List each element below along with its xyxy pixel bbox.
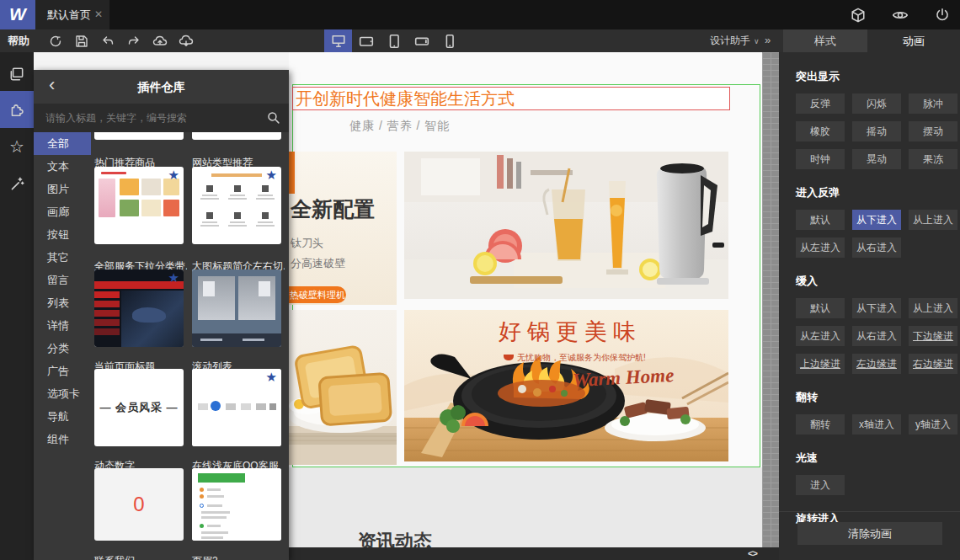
- bread-photo[interactable]: [289, 310, 397, 465]
- animation-button-时钟[interactable]: 时钟: [796, 149, 845, 169]
- favorite-star-icon[interactable]: ★: [266, 168, 277, 183]
- plugin-card[interactable]: ★: [192, 167, 281, 244]
- tab-animation[interactable]: 动画: [867, 29, 960, 52]
- animation-button-从上进入[interactable]: 从上进入: [909, 298, 957, 318]
- plugin-card[interactable]: ★: [94, 167, 184, 244]
- category-item-画廊[interactable]: 画廊: [34, 200, 91, 223]
- plugin-card[interactable]: — 会员风采 —: [94, 369, 184, 446]
- redo-icon[interactable]: [125, 32, 143, 51]
- category-item-列表[interactable]: 列表: [34, 291, 91, 314]
- device-phone-portrait-icon[interactable]: [435, 29, 463, 52]
- canvas-scrollbar[interactable]: [762, 52, 779, 547]
- animation-button-果冻[interactable]: 果冻: [909, 149, 957, 169]
- page-subtitle[interactable]: 健康 / 营养 / 智能: [349, 119, 450, 134]
- undo-icon[interactable]: [99, 32, 117, 51]
- pages-icon: [8, 66, 25, 83]
- page-heading[interactable]: 开创新时代健康智能生活方式: [292, 87, 730, 110]
- kettle-photo[interactable]: [404, 152, 728, 299]
- animation-button-从左进入[interactable]: 从左进入: [796, 237, 845, 258]
- animation-button-从下进入[interactable]: 从下进入: [852, 298, 901, 318]
- animation-button-下边缘进[interactable]: 下边缘进: [909, 326, 957, 346]
- design-canvas[interactable]: 开创新时代健康智能生活方式 健康 / 营养 / 智能 全新配置 钛刀头 分高速破…: [289, 52, 762, 547]
- tab-style[interactable]: 样式: [783, 29, 867, 52]
- animation-button-上边缘进[interactable]: 上边缘进: [796, 354, 845, 374]
- page-tab[interactable]: 默认首页 ✕: [35, 0, 109, 29]
- save-icon[interactable]: [72, 32, 91, 51]
- animation-button-从下进入[interactable]: 从下进入: [852, 210, 901, 230]
- animation-button-晃动[interactable]: 晃动: [852, 149, 901, 169]
- components-cube-icon[interactable]: [849, 6, 867, 24]
- plugin-card[interactable]: ★: [94, 269, 184, 347]
- close-icon[interactable]: ✕: [94, 0, 103, 29]
- orange-accent: [289, 152, 295, 194]
- category-item-图片[interactable]: 图片: [34, 178, 91, 200]
- device-desktop-icon[interactable]: [324, 29, 352, 52]
- category-item-选项卡[interactable]: 选项卡: [34, 382, 91, 405]
- plugin-card[interactable]: 0: [94, 468, 184, 541]
- plugin-card-partial[interactable]: [192, 132, 281, 140]
- animation-button-左边缘进[interactable]: 左边缘进: [852, 354, 901, 374]
- plugin-card[interactable]: [192, 269, 281, 347]
- category-item-留言[interactable]: 留言: [34, 269, 91, 291]
- category-item-组件[interactable]: 组件: [34, 428, 91, 451]
- category-item-其它[interactable]: 其它: [34, 246, 91, 269]
- code-icon[interactable]: <>: [748, 548, 757, 558]
- animation-button-反弹[interactable]: 反弹: [796, 93, 845, 114]
- clear-animation-button[interactable]: 清除动画: [797, 522, 942, 545]
- animation-button-row: 时钟晃动果冻: [796, 149, 960, 169]
- category-item-详情[interactable]: 详情: [34, 314, 91, 337]
- product-text-block[interactable]: 全新配置 钛刀头 分高速破壁 热破壁料理机: [289, 152, 397, 305]
- category-item-广告[interactable]: 广告: [34, 360, 91, 382]
- animation-button-翻转[interactable]: 翻转: [796, 414, 845, 435]
- product-button[interactable]: 热破壁料理机: [289, 286, 346, 303]
- cloud-download-icon[interactable]: [177, 32, 195, 51]
- animation-button-默认[interactable]: 默认: [796, 298, 845, 318]
- animation-button-从左进入[interactable]: 从左进入: [796, 326, 845, 346]
- device-phone-landscape-icon[interactable]: [408, 29, 435, 52]
- favorite-star-icon[interactable]: ★: [168, 168, 179, 183]
- animation-button-橡胶[interactable]: 橡胶: [796, 121, 845, 141]
- category-item-按钮[interactable]: 按钮: [34, 223, 91, 246]
- animation-button-默认[interactable]: 默认: [796, 210, 845, 230]
- power-icon[interactable]: [933, 6, 952, 24]
- device-tablet-landscape-icon[interactable]: [352, 29, 380, 52]
- category-item-分类[interactable]: 分类: [34, 337, 91, 360]
- plugin-search-input[interactable]: [34, 104, 257, 132]
- sidebar-item-favorites[interactable]: ☆: [0, 128, 34, 165]
- search-icon[interactable]: [266, 110, 280, 125]
- plugin-card[interactable]: [192, 468, 281, 541]
- animation-button-x轴进入[interactable]: x轴进入: [852, 414, 901, 435]
- design-assistant-button[interactable]: 设计助手∨: [710, 29, 760, 53]
- refresh-icon[interactable]: [46, 32, 65, 51]
- plugin-card-partial[interactable]: [94, 132, 184, 140]
- more-icon[interactable]: »: [765, 29, 771, 51]
- plugin-card[interactable]: ★: [192, 369, 281, 446]
- category-item-文本[interactable]: 文本: [34, 155, 91, 178]
- wok-banner[interactable]: 好锅更美味 无忧购物，至诚服务为你保驾护航! Warm Home: [404, 310, 728, 461]
- animation-button-闪烁[interactable]: 闪烁: [852, 93, 901, 114]
- animation-button-从右进入[interactable]: 从右进入: [852, 237, 901, 258]
- news-section[interactable]: 资讯动态: [289, 467, 762, 547]
- animation-button-摇动[interactable]: 摇动: [852, 121, 901, 141]
- animation-panel: 清除动画 突出显示反弹闪烁脉冲橡胶摇动摆动时钟晃动果冻进入反弹默认从下进入从上进…: [779, 52, 960, 560]
- animation-button-y轴进入[interactable]: y轴进入: [909, 414, 957, 435]
- sidebar-item-tools[interactable]: [0, 165, 34, 202]
- cloud-upload-icon[interactable]: [151, 32, 169, 51]
- category-item-全部[interactable]: 全部: [34, 132, 91, 155]
- animation-button-从上进入[interactable]: 从上进入: [909, 210, 957, 230]
- sidebar-item-plugins[interactable]: [0, 91, 34, 128]
- favorite-star-icon[interactable]: ★: [266, 370, 277, 385]
- device-tablet-portrait-icon[interactable]: [380, 29, 408, 52]
- favorite-star-icon[interactable]: ★: [168, 270, 179, 285]
- preview-eye-icon[interactable]: [891, 6, 909, 24]
- animation-button-脉冲[interactable]: 脉冲: [909, 93, 957, 114]
- animation-button-row: 反弹闪烁脉冲: [796, 93, 960, 114]
- panel-divider: [779, 511, 960, 512]
- animation-button-右边缘进[interactable]: 右边缘进: [909, 354, 957, 374]
- animation-button-摆动[interactable]: 摆动: [909, 121, 957, 141]
- category-item-导航[interactable]: 导航: [34, 405, 91, 428]
- help-button[interactable]: 帮助: [8, 29, 29, 52]
- animation-button-从右进入[interactable]: 从右进入: [852, 326, 901, 346]
- animation-button-进入[interactable]: 进入: [796, 475, 845, 495]
- sidebar-item-pages[interactable]: [0, 56, 34, 93]
